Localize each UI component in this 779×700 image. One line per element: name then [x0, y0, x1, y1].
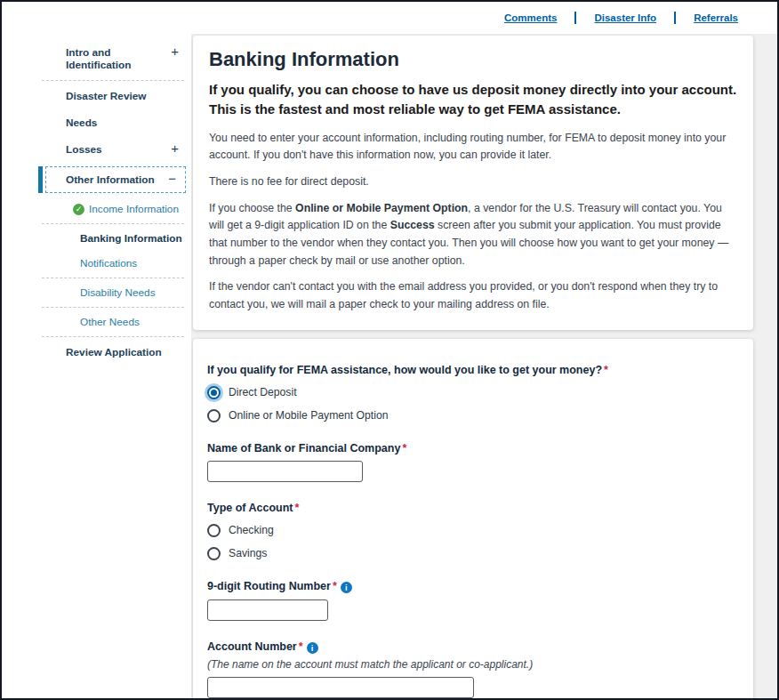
radio-unselected-icon[interactable]: [207, 409, 221, 422]
routing-number-input[interactable]: [207, 599, 328, 621]
intro-paragraph-2: There is no fee for direct deposit.: [209, 173, 737, 191]
required-marker: *: [333, 580, 337, 592]
account-number-field-group: Account Number*i (The name on the accoun…: [207, 640, 739, 698]
radio-unselected-icon[interactable]: [207, 547, 221, 560]
sidebar-item-losses[interactable]: Losses +: [37, 136, 191, 163]
required-marker: *: [402, 442, 406, 455]
bold-segment: Success: [390, 219, 435, 231]
sidebar-divider: [42, 278, 184, 278]
radio-label: Checking: [229, 524, 274, 536]
sidebar-item-label: Needs: [66, 117, 97, 129]
sidebar-divider: [42, 307, 184, 308]
sidebar-item-label: Notifications: [80, 257, 137, 270]
radio-label: Savings: [229, 547, 267, 559]
comments-link[interactable]: Comments: [504, 12, 557, 23]
payment-method-question: If you qualify for FEMA assistance, how …: [207, 364, 739, 376]
required-marker: *: [299, 640, 303, 653]
sidebar-divider: [42, 223, 184, 224]
radio-unselected-icon[interactable]: [207, 524, 221, 537]
radio-option-online-mobile-payment[interactable]: Online or Mobile Payment Option: [207, 409, 739, 422]
bold-segment: Online or Mobile Payment Option: [295, 202, 468, 214]
sidebar-item-intro-and-identification[interactable]: Intro and Identification +: [37, 39, 191, 78]
completed-check-icon: ✓: [73, 204, 84, 215]
sidebar-item-banking-information[interactable]: Banking Information: [37, 226, 191, 251]
sidebar-item-label: Income Information: [89, 203, 179, 215]
nav-divider: [574, 12, 576, 24]
account-type-field-group: Type of Account* Checking Savings: [207, 502, 739, 560]
sidebar-item-label: Disability Needs: [80, 286, 156, 299]
account-number-label: Account Number*i: [207, 640, 739, 654]
page-lead-text: If you qualify, you can choose to have u…: [209, 80, 737, 119]
sidebar-item-review-application[interactable]: Review Application: [37, 339, 191, 366]
sidebar-item-other-needs[interactable]: Other Needs: [37, 310, 191, 334]
sidebar-item-other-information[interactable]: Other Information −: [45, 166, 186, 193]
expand-icon: +: [171, 141, 179, 156]
radio-option-savings[interactable]: Savings: [207, 547, 739, 560]
sidebar-item-label: Losses: [66, 143, 102, 156]
required-marker: *: [295, 502, 300, 514]
radio-option-checking[interactable]: Checking: [207, 524, 739, 537]
page-title: Banking Information: [209, 48, 737, 71]
text-segment: If you choose the: [209, 202, 295, 214]
referrals-link[interactable]: Referrals: [694, 12, 738, 23]
sidebar-item-notifications[interactable]: Notifications: [37, 251, 191, 276]
routing-number-label: 9-digit Routing Number*i: [207, 580, 739, 593]
sidebar-item-income-information[interactable]: ✓ Income Information: [37, 197, 191, 221]
radio-label: Online or Mobile Payment Option: [229, 409, 389, 422]
routing-number-field-group: 9-digit Routing Number*i: [207, 580, 739, 621]
sidebar-item-label: Intro and Identification: [66, 46, 131, 71]
banking-form-card: If you qualify for FEMA assistance, how …: [193, 339, 753, 698]
intro-paragraph-3: If you choose the Online or Mobile Payme…: [209, 200, 737, 270]
sidebar-item-disability-needs[interactable]: Disability Needs: [37, 280, 191, 305]
disaster-info-link[interactable]: Disaster Info: [594, 12, 656, 23]
bank-name-input[interactable]: [207, 461, 363, 482]
sidebar-item-label: Banking Information: [80, 232, 182, 245]
account-number-input[interactable]: [207, 677, 474, 698]
required-marker: *: [604, 364, 608, 376]
top-navigation-bar: Comments Disaster Info Referrals: [2, 2, 777, 34]
label-text: 9-digit Routing Number: [207, 580, 331, 592]
radio-selected-icon[interactable]: [207, 386, 221, 399]
question-text: If you qualify for FEMA assistance, how …: [207, 364, 602, 376]
sidebar-navigation: Intro and Identification + Disaster Revi…: [2, 34, 191, 698]
intro-paragraph-1: You need to enter your account informati…: [209, 130, 737, 165]
intro-card: Banking Information If you qualify, you …: [193, 36, 753, 330]
intro-paragraph-4: If the vendor can't contact you with the…: [209, 278, 737, 313]
label-text: Name of Bank or Financial Company: [207, 442, 400, 455]
nav-divider: [674, 12, 676, 24]
sidebar-item-needs[interactable]: Needs: [37, 109, 191, 136]
collapse-icon: −: [168, 171, 176, 186]
sidebar-item-label: Disaster Review: [66, 90, 147, 102]
bank-name-field-group: Name of Bank or Financial Company*: [207, 442, 739, 482]
bank-name-label: Name of Bank or Financial Company*: [207, 442, 739, 455]
radio-option-direct-deposit[interactable]: Direct Deposit: [207, 386, 739, 399]
sidebar-item-disaster-review[interactable]: Disaster Review: [37, 83, 191, 109]
info-icon[interactable]: i: [341, 582, 352, 593]
label-text: Account Number: [207, 640, 297, 653]
sidebar-item-label: Other Needs: [80, 316, 140, 328]
sidebar-divider: [42, 80, 184, 81]
info-icon[interactable]: i: [307, 642, 318, 654]
label-text: Type of Account: [207, 502, 293, 514]
expand-icon: +: [171, 44, 179, 59]
account-type-label: Type of Account*: [207, 502, 739, 514]
account-number-hint: (The name on the account must match the …: [207, 658, 739, 671]
sidebar-item-label: Review Application: [66, 346, 162, 358]
sidebar-divider: [42, 336, 184, 337]
radio-label: Direct Deposit: [229, 386, 297, 398]
sidebar-item-label: Other Information: [66, 173, 155, 186]
main-content: Banking Information If you qualify, you …: [191, 34, 777, 698]
